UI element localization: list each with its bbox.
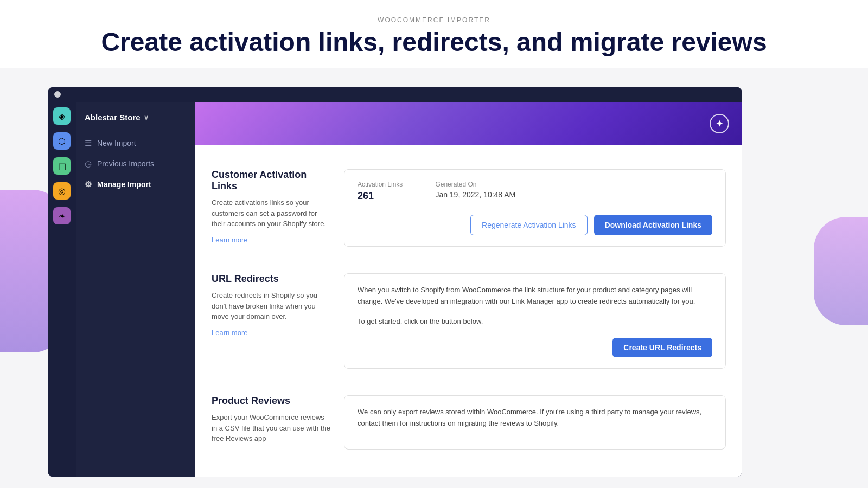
- sidebar-nav: Ablestar Store ∨ ☰ New Import ◷ Previous…: [76, 102, 195, 477]
- banner: ✦: [195, 102, 742, 145]
- activation-links-label: Activation Links: [358, 181, 403, 188]
- store-header[interactable]: Ablestar Store ∨: [76, 107, 195, 133]
- url-redirects-title: URL Redirects: [212, 273, 331, 285]
- app-window: ◈ ⬡ ◫ ◎ ❧ Ablestar Store ∨ ☰ New Import …: [48, 87, 742, 477]
- previous-imports-icon: ◷: [85, 159, 92, 169]
- activation-links-section: Customer Activation Links Create activat…: [212, 156, 726, 260]
- sidebar-item-previous-imports[interactable]: ◷ Previous Imports: [76, 153, 195, 174]
- activation-links-right: Activation Links 261 Generated On Jan 19…: [344, 169, 726, 247]
- url-redirect-buttons: Create URL Redirects: [358, 338, 712, 357]
- product-reviews-section: Product Reviews Export your WooCommerce …: [212, 382, 726, 463]
- url-redirects-detail-1: When you switch to Shopify from WooComme…: [358, 285, 712, 307]
- sidebar-item-manage-import[interactable]: ⚙ Manage Import: [76, 174, 195, 195]
- url-redirects-detail-2: To get started, click on the button belo…: [358, 316, 712, 328]
- activation-buttons: Regenerate Activation Links Download Act…: [358, 215, 712, 235]
- generated-on-value: Jan 19, 2022, 10:48 AM: [435, 190, 515, 199]
- create-url-redirects-button[interactable]: Create URL Redirects: [612, 338, 712, 357]
- url-redirects-learn-more[interactable]: Learn more: [212, 329, 247, 337]
- activation-links-stat: Activation Links 261: [358, 181, 403, 202]
- chevron-down-icon: ∨: [144, 114, 149, 121]
- generated-on-label: Generated On: [435, 181, 515, 188]
- sidebar-icon-cyan[interactable]: ◈: [53, 107, 71, 125]
- download-button[interactable]: Download Activation Links: [594, 215, 712, 235]
- banner-icon: ✦: [710, 114, 729, 133]
- activation-links-value: 261: [358, 190, 403, 202]
- new-import-icon: ☰: [85, 138, 92, 148]
- store-name: Ablestar Store: [85, 113, 141, 122]
- sidebar-icons: ◈ ⬡ ◫ ◎ ❧: [48, 102, 76, 477]
- content-area: Customer Activation Links Create activat…: [195, 145, 742, 477]
- page-title: Create activation links, redirects, and …: [0, 28, 868, 57]
- url-redirects-right: When you switch to Shopify from WooComme…: [344, 273, 726, 369]
- activation-stats: Activation Links 261 Generated On Jan 19…: [358, 181, 712, 202]
- sidebar-icon-orange[interactable]: ◎: [53, 182, 71, 200]
- page-subtitle: WOOCOMMERCE IMPORTER: [0, 16, 868, 24]
- nav-manage-import-label: Manage Import: [97, 180, 151, 189]
- product-reviews-detail: We can only export reviews stored within…: [358, 407, 712, 429]
- regenerate-button[interactable]: Regenerate Activation Links: [470, 215, 588, 235]
- activation-links-learn-more[interactable]: Learn more: [212, 236, 247, 244]
- sidebar-item-new-import[interactable]: ☰ New Import: [76, 133, 195, 153]
- product-reviews-title: Product Reviews: [212, 395, 331, 407]
- sidebar-icon-purple[interactable]: ❧: [53, 207, 71, 224]
- nav-previous-imports-label: Previous Imports: [97, 159, 154, 168]
- sidebar-icon-green[interactable]: ◫: [53, 157, 71, 175]
- manage-import-icon: ⚙: [85, 179, 92, 189]
- product-reviews-desc: Export your WooCommerce reviews in a CSV…: [212, 412, 331, 444]
- generated-on-stat: Generated On Jan 19, 2022, 10:48 AM: [435, 181, 515, 202]
- window-dot: [54, 91, 61, 98]
- main-content: ✦ Customer Activation Links Create activ…: [195, 102, 742, 477]
- window-titlebar: [48, 87, 742, 102]
- window-body: ◈ ⬡ ◫ ◎ ❧ Ablestar Store ∨ ☰ New Import …: [48, 102, 742, 477]
- url-redirects-section: URL Redirects Create redirects in Shopif…: [212, 260, 726, 382]
- product-reviews-left: Product Reviews Export your WooCommerce …: [212, 395, 331, 450]
- product-reviews-right: We can only export reviews stored within…: [344, 395, 726, 450]
- nav-new-import-label: New Import: [97, 139, 136, 147]
- url-redirects-left: URL Redirects Create redirects in Shopif…: [212, 273, 331, 369]
- sidebar-icon-blue[interactable]: ⬡: [53, 132, 71, 150]
- activation-links-title: Customer Activation Links: [212, 169, 331, 192]
- page-header: WOOCOMMERCE IMPORTER Create activation l…: [0, 0, 868, 68]
- activation-links-left: Customer Activation Links Create activat…: [212, 169, 331, 247]
- activation-links-desc: Create activations links so your custome…: [212, 197, 331, 229]
- url-redirects-desc: Create redirects in Shopify so you don't…: [212, 290, 331, 322]
